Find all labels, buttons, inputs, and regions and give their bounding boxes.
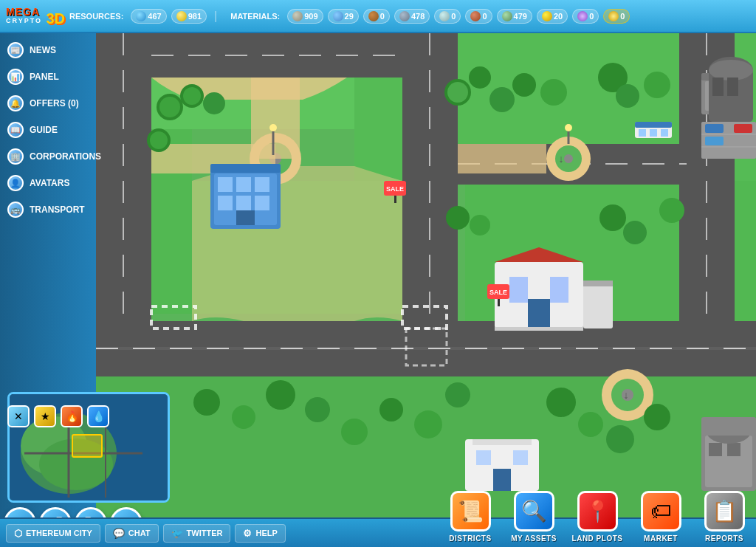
panel-icon: 📊 <box>7 69 24 85</box>
ethereum-icon: ⬡ <box>14 528 22 539</box>
ethereum-city-button[interactable]: ⬡ ETHEREUM CITY <box>6 524 100 543</box>
my-assets-icon-wrap: 🔍 <box>512 489 556 533</box>
market-icon-wrap: 🏷 <box>639 489 683 533</box>
svg-point-97 <box>193 389 220 416</box>
help-label: HELP <box>255 529 277 537</box>
svg-rect-79 <box>734 124 752 133</box>
sidebar-item-offers[interactable]: 🔔 OFFERS (0) <box>0 91 96 116</box>
sidebar-news-label: NEWS <box>30 45 56 55</box>
land-plots-icon-wrap: 📍 <box>575 489 619 533</box>
sidebar-item-transport[interactable]: 🚌 TRANSPORT <box>0 197 96 222</box>
gold-icon <box>176 11 187 21</box>
svg-rect-73 <box>513 450 528 465</box>
districts-label: DISTRICTS <box>449 534 491 543</box>
svg-rect-125 <box>650 129 657 137</box>
sidebar-transport-label: TRANSPORT <box>30 204 85 215</box>
sidebar-item-avatars[interactable]: 👤 AVATARS <box>0 171 96 196</box>
mat-brick-value: 0 <box>482 12 487 21</box>
market-icon: 🏷 <box>641 491 681 531</box>
svg-point-111 <box>599 204 626 231</box>
land-plots-label: LAND PLOTS <box>572 534 623 543</box>
svg-point-103 <box>414 410 442 438</box>
svg-point-95 <box>616 84 639 108</box>
help-button[interactable]: ⚙ HELP <box>235 524 285 543</box>
twitter-button[interactable]: 🐦 TWITTER <box>163 524 231 543</box>
chat-button[interactable]: 💬 CHAT <box>105 524 159 543</box>
wood-icon <box>368 11 379 21</box>
districts-icon-wrap: 📜 <box>448 489 492 533</box>
glass-icon <box>439 11 450 21</box>
minimap-star-btn[interactable]: ★ <box>34 405 56 427</box>
market-button[interactable]: 🏷 MARKET <box>629 484 693 547</box>
resource-gold-value: 981 <box>188 12 202 21</box>
svg-point-113 <box>659 198 684 223</box>
sidebar-corps-label: CORPORATIONS <box>30 151 101 162</box>
mat-chip: 479 <box>497 9 532 24</box>
mat-glass: 0 <box>434 9 461 24</box>
my-assets-button[interactable]: 🔍 MY ASSETS <box>502 484 566 547</box>
top-bar: MEGA CRYPTO 3D RESOURCES: 467 981 | MATE… <box>0 0 756 33</box>
minimap-water-btn[interactable]: 💧 <box>87 405 109 427</box>
svg-rect-63 <box>583 281 613 286</box>
svg-text:SALE: SALE <box>386 185 404 193</box>
sidebar-item-news[interactable]: 📰 NEWS <box>0 38 96 63</box>
svg-point-96 <box>644 72 670 98</box>
svg-point-109 <box>446 206 470 230</box>
sidebar-guide-label: GUIDE <box>30 125 58 135</box>
reports-button[interactable]: 📋 REPORTS <box>693 484 756 547</box>
land-plots-button[interactable]: 📍 LAND PLOTS <box>566 484 629 547</box>
stone-icon <box>292 11 303 21</box>
resource-water-value: 467 <box>148 12 161 21</box>
mat-stone-value: 909 <box>304 12 317 21</box>
sidebar-avatars-label: AVATARS <box>30 178 69 188</box>
help-icon: ⚙ <box>243 528 252 539</box>
svg-point-99 <box>266 380 295 410</box>
mat-metal: 478 <box>394 9 430 24</box>
svg-rect-40 <box>218 196 233 210</box>
svg-point-92 <box>512 73 536 97</box>
svg-point-25 <box>564 154 573 163</box>
resource-water: 467 <box>131 9 166 24</box>
sidebar-item-guide[interactable]: 📖 GUIDE <box>0 117 96 142</box>
twitter-icon: 🐦 <box>171 528 183 539</box>
svg-rect-71 <box>472 439 532 445</box>
svg-rect-43 <box>236 210 255 225</box>
metal-icon <box>399 11 410 21</box>
minimap-fire-btn[interactable]: 🔥 <box>61 405 83 427</box>
mat-chip2: 20 <box>537 9 568 24</box>
city-scene: SALE SALE ↓ ↓ <box>96 33 756 517</box>
svg-rect-126 <box>661 129 668 137</box>
sidebar-item-corporations[interactable]: 🏢 CORPORATIONS <box>0 144 96 169</box>
mat-chip2-value: 20 <box>554 12 563 21</box>
sidebar-item-panel[interactable]: 📊 PANEL <box>0 64 96 89</box>
svg-point-93 <box>540 79 567 106</box>
market-label: MARKET <box>644 534 678 543</box>
districts-button[interactable]: 📜 DISTRICTS <box>439 484 502 547</box>
mat-glass-value: 0 <box>451 12 456 21</box>
svg-point-108 <box>644 404 670 430</box>
svg-point-128 <box>269 124 277 131</box>
svg-point-90 <box>469 66 491 89</box>
mat-10-value: 0 <box>620 12 625 21</box>
svg-rect-124 <box>639 129 646 137</box>
svg-rect-39 <box>255 177 269 192</box>
minimap-close-btn[interactable]: ✕ <box>7 405 30 427</box>
transport-icon: 🚌 <box>7 202 24 218</box>
svg-rect-55 <box>727 78 738 96</box>
mat-water2: 29 <box>328 9 359 24</box>
svg-rect-54 <box>712 78 724 96</box>
mat-9: 0 <box>572 9 599 24</box>
game-canvas: SALE SALE ↓ ↓ <box>96 33 756 517</box>
svg-point-85 <box>203 92 225 114</box>
svg-point-102 <box>379 398 403 422</box>
svg-point-105 <box>546 388 576 417</box>
chip-icon <box>502 11 512 21</box>
svg-rect-72 <box>476 450 491 465</box>
game-area[interactable]: SALE SALE ↓ ↓ <box>96 33 756 517</box>
chip2-icon <box>542 11 552 21</box>
svg-rect-138 <box>72 435 102 457</box>
svg-rect-44 <box>210 164 281 173</box>
offers-icon: 🔔 <box>7 95 24 111</box>
mat-wood: 0 <box>363 9 390 24</box>
reports-icon: 📋 <box>704 491 745 531</box>
